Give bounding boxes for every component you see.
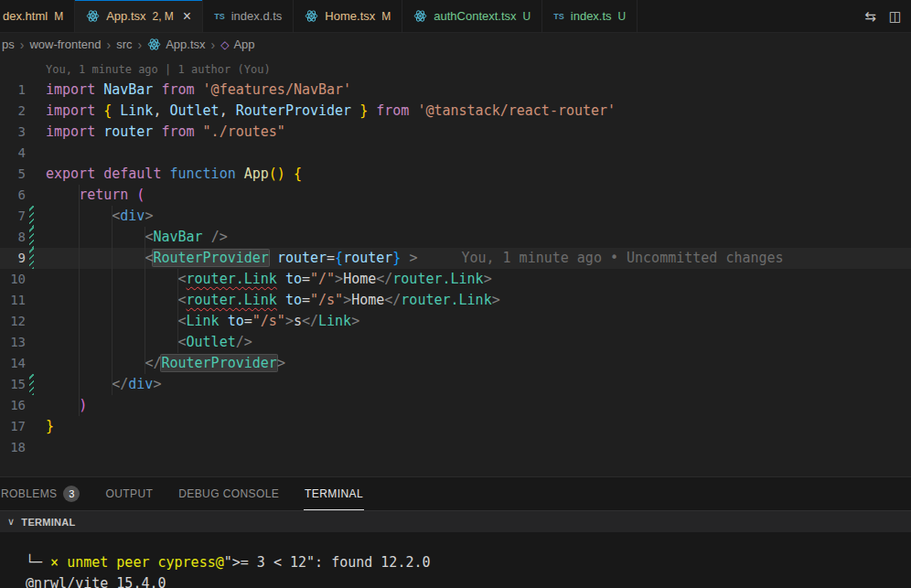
code-token: Outlet: [187, 334, 236, 350]
code-line-18[interactable]: 18: [0, 437, 911, 458]
code-line-1[interactable]: 1import NavBar from '@features/NavBar': [0, 80, 911, 101]
code-line-9[interactable]: 9 <RouterProvider router={router} >You, …: [0, 248, 911, 269]
code-text: <div>: [46, 206, 153, 227]
code-token: div: [120, 208, 145, 224]
code-editor[interactable]: You, 1 minute ago | 1 author (You) 1impo…: [0, 56, 911, 476]
code-token: div: [128, 376, 153, 392]
code-text: <router.Link to="/s">Home</router.Link>: [46, 290, 500, 311]
code-line-14[interactable]: 14 </RouterProvider>: [0, 353, 911, 374]
code-token: RouterProvider: [236, 102, 351, 119]
code-line-12[interactable]: 12 <Link to="/s">s</Link>: [0, 311, 911, 332]
tab-dex-html[interactable]: dex.htmlM: [0, 0, 75, 32]
code-token: Link: [187, 313, 220, 329]
panel-tab-bar: ROBLEMS3OUTPUTDEBUG CONSOLETERMINAL: [0, 477, 911, 510]
code-token: return: [79, 187, 128, 203]
code-token: }: [392, 250, 401, 266]
code-token: </: [145, 355, 161, 371]
code-token: "/s": [252, 313, 285, 329]
code-line-2[interactable]: 2import { Link, Outlet, RouterProvider }…: [0, 101, 911, 122]
code-token: import: [46, 123, 95, 140]
terminal-line: @nrwl/vite 15.4.0: [26, 573, 911, 588]
code-token: default: [103, 166, 161, 182]
code-token: to: [228, 313, 244, 329]
code-line-6[interactable]: 6 return (: [0, 185, 911, 206]
tab-authcontext-tsx[interactable]: authContext.tsxU: [402, 0, 542, 32]
chevron-down-icon: ∨: [7, 516, 15, 528]
breadcrumb-item-wow-frontend[interactable]: wow-frontend: [29, 37, 101, 51]
code-token: s: [294, 313, 302, 329]
terminal-section-title: TERMINAL: [21, 517, 75, 528]
panel-tab-label: TERMINAL: [305, 487, 363, 500]
line-number: 1: [0, 80, 46, 101]
breadcrumb-item-src[interactable]: src: [116, 37, 132, 51]
code-line-11[interactable]: 11 <router.Link to="/s">Home</router.Lin…: [0, 290, 911, 311]
code-token: <: [112, 208, 120, 224]
line-number: 13: [0, 332, 46, 353]
code-token: RouterProvider: [161, 355, 276, 371]
git-change-gutter-icon: [29, 227, 34, 248]
code-line-16[interactable]: 16 ): [0, 395, 911, 416]
breadcrumb-item-app[interactable]: ◇App: [220, 37, 254, 51]
tab-app-tsx[interactable]: App.tsx2, M×: [75, 0, 203, 32]
code-token: =: [302, 271, 310, 287]
line-number: 6: [0, 185, 46, 206]
breadcrumbs: ps›wow-frontend›src›App.tsx›◇App: [0, 33, 911, 56]
close-icon[interactable]: ×: [183, 9, 191, 24]
git-change-gutter-icon: [29, 248, 34, 269]
code-token: [277, 271, 285, 287]
panel-tab-output[interactable]: OUTPUT: [104, 477, 154, 510]
code-token: [285, 166, 294, 182]
git-status-decoration: 2, M: [153, 10, 174, 23]
code-token: ,: [220, 102, 228, 119]
git-change-gutter-icon: [29, 206, 34, 227]
code-token: [95, 81, 103, 98]
line-number: 4: [0, 143, 46, 164]
code-token: from: [161, 123, 194, 140]
react-icon: [147, 37, 161, 51]
tab-index-ts[interactable]: TSindex.tsU: [542, 0, 638, 32]
code-token: [46, 397, 79, 413]
breadcrumb-separator-icon: ›: [211, 37, 216, 52]
tab-label: index.d.ts: [231, 9, 283, 23]
code-token: [46, 355, 145, 371]
line-number: 12: [0, 311, 46, 332]
split-editor-icon[interactable]: ◫: [889, 8, 902, 25]
code-line-17[interactable]: 17}: [0, 416, 911, 437]
terminal-token: @nrwl/vite 15.4.0: [26, 575, 166, 588]
open-changes-icon[interactable]: ⇆: [864, 8, 876, 25]
code-token: [95, 102, 103, 119]
tab-label: dex.html: [3, 9, 48, 23]
code-token: </: [376, 271, 392, 287]
code-token: router.Link: [392, 271, 483, 287]
terminal-output[interactable]: └─ × unmet peer cypress@">= 3 < 12": fou…: [0, 532, 911, 588]
breadcrumb-label: ps: [2, 37, 15, 51]
code-line-4[interactable]: 4: [0, 143, 911, 164]
tab-index-d-ts[interactable]: TSindex.d.ts: [203, 0, 294, 32]
tab-home-tsx[interactable]: Home.tsxM: [294, 0, 402, 32]
code-line-13[interactable]: 13 <Outlet/>: [0, 332, 911, 353]
editor-tab-bar-tabs: dex.htmlMApp.tsx2, M×TSindex.d.tsHome.ts…: [0, 0, 638, 32]
code-area: 1import NavBar from '@features/NavBar'2i…: [0, 80, 911, 458]
code-token: }: [359, 102, 368, 119]
code-line-7[interactable]: 7 <div>: [0, 206, 911, 227]
code-line-10[interactable]: 10 <router.Link to="/">Home</router.Link…: [0, 269, 911, 290]
breadcrumb-item-app-tsx[interactable]: App.tsx: [147, 37, 205, 51]
code-token: </: [384, 292, 401, 308]
code-line-3[interactable]: 3import router from "./routes": [0, 122, 911, 143]
panel-tab-terminal[interactable]: TERMINAL: [304, 477, 364, 510]
code-line-15[interactable]: 15 </div>: [0, 374, 911, 395]
problems-count-badge: 3: [63, 486, 80, 502]
panel-tab-debug-console[interactable]: DEBUG CONSOLE: [177, 477, 280, 510]
code-token: export: [46, 166, 95, 182]
code-line-8[interactable]: 8 <NavBar />: [0, 227, 911, 248]
code-line-5[interactable]: 5export default function App() {: [0, 164, 911, 185]
code-token: [95, 166, 103, 182]
typescript-icon: TS: [553, 12, 564, 21]
terminal-section-header[interactable]: ∨ TERMINAL: [0, 510, 911, 532]
code-token: [351, 102, 359, 119]
breadcrumb-item-ps[interactable]: ps: [2, 37, 15, 51]
line-number: 9: [0, 248, 46, 269]
code-token: [112, 102, 120, 119]
code-token: router: [277, 250, 327, 266]
panel-tab-roblems[interactable]: ROBLEMS3: [0, 477, 80, 510]
